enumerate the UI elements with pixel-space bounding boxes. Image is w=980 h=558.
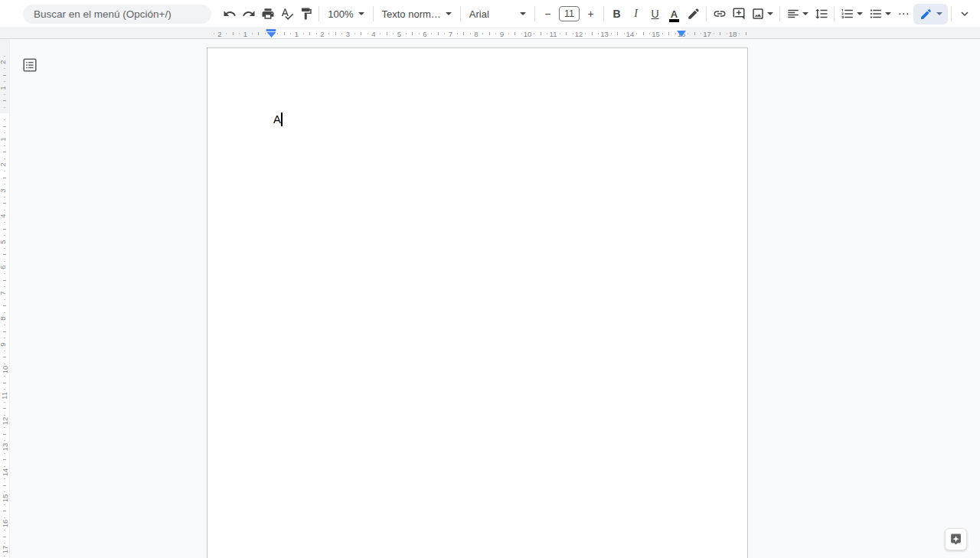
ruler-tick (3, 331, 6, 332)
ruler-tick (4, 56, 5, 57)
search-input[interactable] (23, 5, 211, 24)
bulleted-list-button[interactable] (866, 4, 894, 24)
ruler-tick (727, 33, 727, 34)
ruler-tick (4, 415, 5, 416)
ruler-tick (4, 325, 5, 325)
ruler-number: 14 (1, 468, 9, 477)
ruler-tick (746, 32, 746, 35)
ruler-number: 1 (0, 137, 7, 141)
text-color-button[interactable]: A (665, 4, 684, 24)
ruler-tick (303, 33, 304, 34)
vertical-ruler[interactable]: 211234567891011121314151617 (0, 39, 10, 558)
left-indent-marker[interactable] (266, 29, 276, 38)
toolbar-divider (834, 6, 835, 21)
ruler-tick (4, 210, 5, 210)
chevron-down-icon (520, 12, 526, 15)
collapse-toolbar-button[interactable] (955, 4, 974, 24)
current-text-color-swatch (669, 19, 679, 22)
ruler-tick (239, 33, 240, 34)
explore-button[interactable] (945, 528, 967, 550)
ruler-tick (521, 33, 522, 34)
decrease-font-size-button[interactable]: − (538, 4, 557, 24)
font-select[interactable]: Arial (464, 4, 531, 24)
ruler-tick (649, 33, 650, 34)
ruler-tick (393, 33, 394, 34)
document-text-line[interactable]: A (273, 113, 283, 126)
line-spacing-button[interactable] (812, 4, 831, 24)
font-size-input[interactable]: 11 (559, 6, 580, 21)
ruler-tick (534, 33, 534, 34)
ruler-tick (284, 32, 285, 35)
ruler-number: 6 (0, 265, 7, 269)
ruler-tick (406, 33, 407, 34)
zoom-select[interactable]: 100% (322, 4, 369, 24)
ruler-tick (4, 197, 5, 197)
ruler-number: 6 (423, 30, 426, 38)
more-options-button[interactable]: ⋯ (894, 4, 913, 24)
ruler-tick (341, 33, 342, 34)
ruler-number: 18 (729, 30, 737, 38)
editing-mode-button[interactable] (913, 4, 948, 24)
horizontal-ruler[interactable]: 21123456789101112131415161718 (0, 28, 980, 39)
ruler-number: 3 (0, 188, 7, 192)
show-document-outline-button[interactable] (20, 55, 40, 75)
align-button[interactable] (783, 4, 812, 24)
ruler-tick (4, 119, 5, 120)
ruler-tick (592, 32, 593, 35)
ruler-number: 9 (500, 30, 504, 38)
ruler-number: 1 (0, 86, 7, 90)
ruler-tick (675, 33, 676, 34)
ruler-tick (3, 75, 6, 76)
image-icon (751, 7, 765, 21)
insert-image-button[interactable] (748, 4, 776, 24)
ruler-tick (4, 273, 5, 274)
ruler-tick (611, 33, 612, 34)
ruler-tick (4, 478, 5, 479)
line-spacing-icon (815, 7, 828, 21)
spellcheck-button[interactable] (277, 4, 296, 24)
increase-font-size-button[interactable]: + (581, 4, 600, 24)
chevron-down-icon (802, 12, 808, 15)
document-page[interactable]: A (207, 47, 748, 558)
toolbar-divider (951, 6, 952, 21)
ruler-tick (4, 530, 5, 530)
highlight-color-button[interactable] (684, 4, 703, 24)
bold-button[interactable]: B (607, 4, 626, 24)
paint-format-button[interactable] (296, 4, 315, 24)
ruler-tick (354, 33, 355, 34)
ruler-tick (361, 32, 361, 35)
ruler-tick (701, 33, 701, 34)
ruler-number: 11 (0, 392, 8, 400)
right-indent-marker[interactable] (677, 31, 686, 37)
undo-button[interactable] (220, 4, 239, 24)
font-value: Arial (469, 8, 489, 20)
ruler-tick (4, 312, 5, 313)
add-comment-button[interactable] (729, 4, 748, 24)
ruler-tick (431, 33, 432, 34)
italic-button[interactable]: I (626, 4, 645, 24)
ruler-number: 12 (1, 417, 9, 426)
ruler-tick (4, 427, 5, 428)
ruler-tick (3, 511, 6, 511)
ruler-tick (4, 351, 5, 351)
first-line-indent-marker[interactable] (266, 29, 276, 31)
ruler-tick (3, 459, 6, 460)
insert-link-button[interactable] (710, 4, 729, 24)
ruler-number: 7 (449, 30, 452, 38)
underline-button[interactable]: U (645, 4, 665, 24)
ruler-number: 11 (550, 30, 557, 38)
ruler-tick (668, 32, 669, 35)
ruler-tick (368, 33, 368, 34)
paragraph-style-select[interactable]: Texto norm… (377, 4, 457, 24)
ruler-tick (4, 338, 5, 338)
ruler-number: 14 (626, 30, 635, 38)
ruler-number: 3 (346, 30, 350, 38)
redo-button[interactable] (239, 4, 258, 24)
print-button[interactable] (258, 4, 277, 24)
ruler-tick (3, 485, 6, 486)
chevron-down-icon (885, 12, 891, 15)
ruler-number: 15 (1, 494, 9, 502)
numbered-list-button[interactable] (838, 4, 866, 24)
ruler-tick (214, 33, 214, 34)
ruler-tick (4, 491, 5, 492)
